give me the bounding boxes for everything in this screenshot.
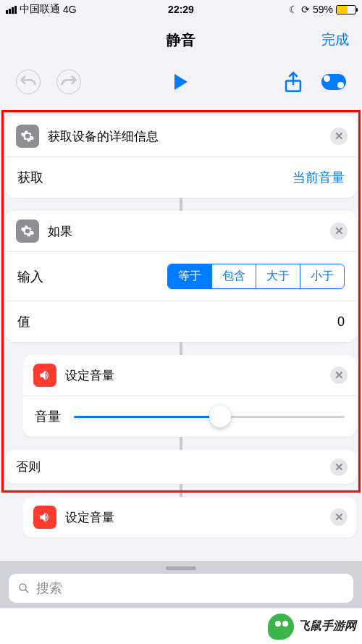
watermark-bar: 飞鼠手游网 xyxy=(0,608,362,644)
svg-point-1 xyxy=(20,584,26,590)
share-icon xyxy=(281,70,306,94)
sound-icon xyxy=(33,506,56,529)
volume-slider-row: 音量 xyxy=(23,396,356,437)
action-if[interactable]: 如果 ✕ 输入 等于包含大于小于 值 0 xyxy=(6,211,356,342)
delete-action-button[interactable]: ✕ xyxy=(330,127,348,145)
battery-pct: 59% xyxy=(313,4,333,15)
clock: 22:29 xyxy=(168,4,194,15)
param-row-value[interactable]: 值 0 xyxy=(6,301,356,342)
battery-icon xyxy=(336,5,356,14)
segment-等于[interactable]: 等于 xyxy=(168,264,211,288)
status-bar: 中国联通 4G 22:29 ☾ ⟳ 59% xyxy=(0,0,362,19)
action-else[interactable]: 否则 ✕ xyxy=(6,450,356,484)
param-value[interactable]: 0 xyxy=(337,314,345,330)
share-button[interactable] xyxy=(281,70,306,94)
lock-rotation-icon: ⟳ xyxy=(301,4,310,15)
connector xyxy=(6,342,356,355)
delete-action-button[interactable]: ✕ xyxy=(330,459,348,476)
bottom-panel[interactable]: 搜索 xyxy=(0,561,362,608)
redo-icon xyxy=(56,70,81,94)
watermark-text: 飞鼠手游网 xyxy=(298,619,356,634)
undo-icon xyxy=(16,70,41,94)
connector xyxy=(6,437,356,450)
play-button[interactable] xyxy=(169,70,193,94)
delete-action-button[interactable]: ✕ xyxy=(330,367,348,384)
param-row-get[interactable]: 获取 当前音量 xyxy=(6,156,356,198)
action-title: 设定音量 xyxy=(65,367,114,384)
delete-action-button[interactable]: ✕ xyxy=(330,222,348,240)
redo-button[interactable] xyxy=(56,70,81,94)
action-title: 获取设备的详细信息 xyxy=(48,128,159,145)
action-set-volume[interactable]: 设定音量 ✕ xyxy=(23,497,356,538)
sound-icon xyxy=(33,364,56,387)
search-icon xyxy=(17,582,30,595)
action-set-volume[interactable]: 设定音量 ✕ 音量 xyxy=(23,355,356,437)
param-row-input: 输入 等于包含大于小于 xyxy=(6,251,356,301)
workflow-canvas: lskigsy.com 获取设备的详细信息 ✕ 获取 当前音量 如果 ✕ 输入 … xyxy=(0,103,362,538)
nav-header: 静音 完成 xyxy=(0,19,362,61)
status-right: ☾ ⟳ 59% xyxy=(289,4,356,15)
signal-icon xyxy=(6,6,17,14)
volume-slider[interactable] xyxy=(74,416,345,418)
condition-segmented[interactable]: 等于包含大于小于 xyxy=(167,264,345,289)
svg-line-2 xyxy=(25,589,28,592)
segment-包含[interactable]: 包含 xyxy=(211,264,256,288)
carrier-label: 中国联通 xyxy=(20,3,60,16)
moon-icon: ☾ xyxy=(289,4,298,15)
drag-handle-icon[interactable] xyxy=(166,566,196,570)
status-left: 中国联通 4G xyxy=(6,3,77,16)
settings-toggle-button[interactable] xyxy=(321,70,346,94)
param-label: 输入 xyxy=(17,268,43,285)
connector xyxy=(6,198,356,211)
segment-小于[interactable]: 小于 xyxy=(300,264,344,288)
search-placeholder: 搜索 xyxy=(36,580,62,597)
param-label: 获取 xyxy=(17,169,43,186)
param-value[interactable]: 当前音量 xyxy=(292,169,345,186)
network-label: 4G xyxy=(63,4,77,15)
toolbar xyxy=(0,61,362,103)
action-get-device-details[interactable]: 获取设备的详细信息 ✕ 获取 当前音量 xyxy=(6,116,356,198)
connector xyxy=(6,484,356,497)
action-title: 设定音量 xyxy=(65,509,114,526)
gear-icon xyxy=(16,219,39,243)
action-title: 如果 xyxy=(48,223,72,240)
delete-action-button[interactable]: ✕ xyxy=(330,509,348,526)
settings-toggle-icon xyxy=(321,74,346,90)
action-title: 否则 xyxy=(16,459,41,475)
search-input[interactable]: 搜索 xyxy=(9,574,353,603)
play-icon xyxy=(174,74,188,90)
gear-icon xyxy=(16,125,39,148)
segment-大于[interactable]: 大于 xyxy=(256,264,300,288)
param-label: 值 xyxy=(17,313,30,330)
undo-button[interactable] xyxy=(16,70,41,94)
done-button[interactable]: 完成 xyxy=(321,30,349,49)
watermark-logo-icon xyxy=(268,614,294,640)
param-label: 音量 xyxy=(35,408,61,425)
page-title: 静音 xyxy=(167,30,195,50)
